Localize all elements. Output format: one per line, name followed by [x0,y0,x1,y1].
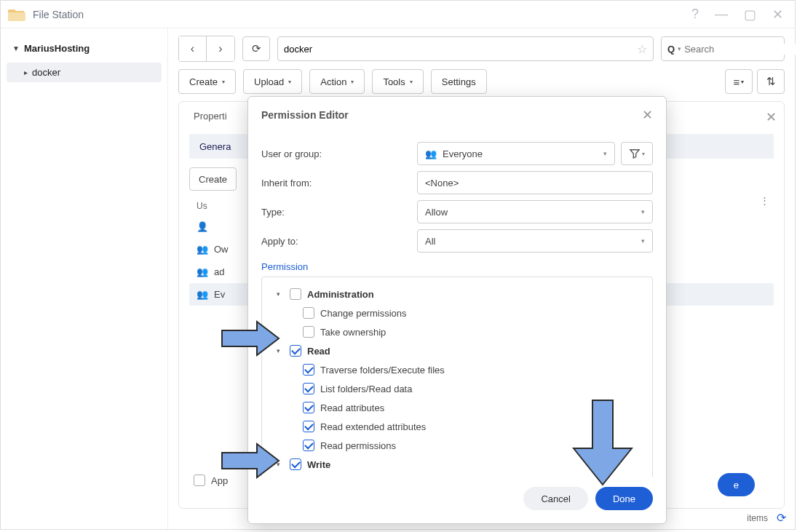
tree-root-label: MariusHosting [24,43,90,54]
perm-read-attributes[interactable]: Read attributes [268,398,646,417]
sort-button[interactable]: ⇅ [757,69,785,94]
permission-tree[interactable]: ▾Administration Change permissions Take … [261,277,653,477]
nav-back-button[interactable]: ‹ [179,36,207,61]
action-toolbar: Create▾ Upload▾ Action▾ Tools▾ Settings … [178,69,785,94]
perm-traverse[interactable]: Traverse folders/Execute files [268,360,646,379]
apply-to-label: Apply to: [261,236,417,247]
perm-read-permissions[interactable]: Read permissions [268,436,646,455]
perm-take-ownership[interactable]: Take ownership [268,322,646,341]
apply-checkbox[interactable]: App [194,475,228,486]
tree-child-label: docker [32,67,60,78]
path-input[interactable] [284,44,637,55]
cancel-button[interactable]: Cancel [523,487,587,510]
caret-down-icon: ▼ [12,44,20,52]
modal-title: Permission Editor [261,109,642,121]
folder-icon [8,7,25,22]
permission-section-header: Permission [261,261,653,272]
filter-button[interactable]: ▾ [621,142,653,165]
titlebar: File Station ? — ▢ ✕ [1,1,795,28]
apply-to-select[interactable]: All▾ [417,229,653,253]
modal-close-icon[interactable]: ✕ [642,107,653,123]
properties-close-icon[interactable]: ✕ [766,109,777,125]
close-window-icon[interactable]: ✕ [768,7,788,23]
user-group-label: User or group: [261,148,417,159]
create-button[interactable]: Create▾ [178,69,236,94]
search-icon: Q [667,44,675,55]
inherit-from-label: Inherit from: [261,178,417,188]
sidebar: ▼ MariusHosting ▸ docker [1,28,168,529]
perm-write[interactable]: ▾Write [268,455,646,474]
perm-change-permissions[interactable]: Change permissions [268,303,646,322]
perm-administration[interactable]: ▾Administration [268,285,646,303]
favorite-icon[interactable]: ☆ [637,42,647,56]
permission-editor-modal: Permission Editor ✕ User or group: 👥Ever… [247,96,667,524]
app-title: File Station [33,9,680,20]
properties-save-button[interactable]: e [718,473,755,496]
type-label: Type: [261,207,417,218]
nav-forward-button[interactable]: › [207,36,234,61]
settings-button[interactable]: Settings [431,69,487,94]
maximize-icon[interactable]: ▢ [739,7,761,23]
help-icon[interactable]: ? [687,7,703,22]
path-toolbar: ‹ › ⟳ ☆ Q ▾ [178,36,785,62]
caret-right-icon: ▸ [24,68,28,76]
minimize-icon[interactable]: — [710,7,732,22]
type-select[interactable]: Allow▾ [417,200,653,223]
tools-button[interactable]: Tools▾ [372,69,423,94]
bottom-refresh-icon[interactable]: ⟳ [777,511,786,525]
upload-button[interactable]: Upload▾ [243,69,302,94]
items-count-label: items [747,513,768,523]
refresh-button[interactable]: ⟳ [242,36,270,61]
tree-child-docker[interactable]: ▸ docker [7,63,162,82]
properties-create-button[interactable]: Create [189,167,237,191]
tree-root[interactable]: ▼ MariusHosting [7,39,162,58]
done-button[interactable]: Done [595,487,653,510]
perm-read-ext-attributes[interactable]: Read extended attributes [268,417,646,436]
inherit-from-field: <None> [417,171,653,194]
search-input[interactable] [684,44,797,55]
search-dropdown-icon[interactable]: ▾ [678,45,681,52]
user-group-select[interactable]: 👥Everyone▾ [417,142,615,165]
list-view-button[interactable]: ≡▾ [725,69,753,94]
perm-read[interactable]: ▾Read [268,341,646,360]
properties-tab: Properti [188,102,233,130]
perm-list-folders[interactable]: List folders/Read data [268,379,646,398]
action-button[interactable]: Action▾ [309,69,365,94]
